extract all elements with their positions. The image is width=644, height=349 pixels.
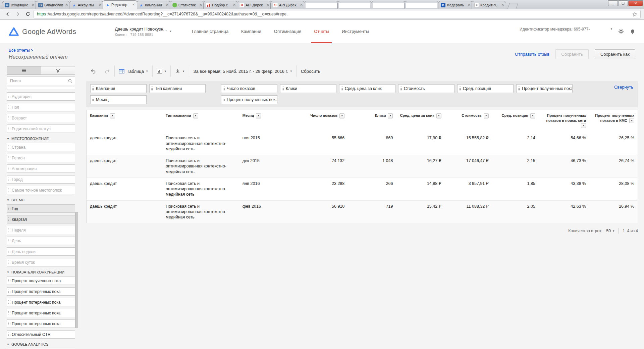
metric-chip-lost-impression-share-1[interactable]: Процент потерянных пока: [7, 287, 75, 296]
section-header-location[interactable]: ▼ МЕСТОПОЛОЖЕНИЕ: [7, 137, 86, 141]
browser-tab-censored[interactable]: [337, 1, 372, 9]
tab-close-icon[interactable]: ✕: [501, 3, 504, 7]
save-button[interactable]: Сохранить: [555, 49, 589, 59]
minimize-button[interactable]: ▁: [608, 0, 618, 6]
column-menu-icon[interactable]: ▾: [484, 113, 489, 118]
tab-close-icon[interactable]: ✕: [166, 3, 169, 7]
column-header-campaign-type[interactable]: Тип кампании▾: [162, 110, 239, 132]
close-button[interactable]: ✕: [628, 0, 643, 6]
chart-type-button[interactable]: ▾: [153, 65, 171, 77]
metric-chip-relative-ctr[interactable]: Относительный CTR: [7, 330, 75, 339]
dimension-chip-age[interactable]: Возраст: [7, 114, 75, 122]
notifications-bell-icon[interactable]: [630, 29, 635, 34]
reload-button[interactable]: [23, 10, 32, 18]
back-button[interactable]: [3, 10, 12, 18]
nav-item-reports[interactable]: Отчеты: [308, 20, 335, 43]
redo-button[interactable]: [100, 65, 114, 77]
tab-close-icon[interactable]: ✕: [468, 3, 471, 7]
bookmark-star-icon[interactable]: [632, 12, 637, 17]
dimension-chip-hour-of-day[interactable]: Время суток: [7, 258, 75, 266]
panel-chip-impression-share[interactable]: Процент полученных пока: [516, 84, 573, 93]
browser-tab[interactable]: Статистик ✕: [170, 1, 204, 9]
panel-chip-cost[interactable]: Стоимость: [398, 84, 454, 93]
column-header-campaign[interactable]: Кампания▾: [87, 110, 163, 132]
column-menu-icon[interactable]: ▾: [581, 123, 586, 128]
dimension-chip-country[interactable]: Страна: [7, 143, 75, 151]
column-header-display-impression-share[interactable]: Процент полученных показов в КМС▾: [589, 110, 638, 132]
dimension-chip-week[interactable]: Неделя: [7, 226, 75, 234]
metric-chip-lost-impression-share-2[interactable]: Процент потерянных пока: [7, 298, 75, 306]
save-as-button[interactable]: Сохранить как: [595, 49, 635, 59]
dimension-chip-day-of-week[interactable]: День недели: [7, 247, 75, 256]
tab-close-icon[interactable]: ✕: [200, 3, 202, 7]
undo-button[interactable]: [86, 65, 100, 77]
settings-gear-icon[interactable]: [618, 29, 624, 34]
column-menu-icon[interactable]: ▾: [436, 113, 441, 118]
browser-tab[interactable]: Кампании ✕: [136, 1, 171, 9]
dimension-chip-parental[interactable]: Родительский статус: [7, 124, 75, 133]
column-header-cost[interactable]: Стоимость▾: [445, 110, 492, 132]
table-row[interactable]: даешь кредит Поисковая сеть и оптимизиро…: [87, 155, 638, 178]
column-header-search-impression-share[interactable]: Процент полученных показов в поиск. сети…: [539, 110, 589, 132]
nav-item-optimization[interactable]: Оптимизация: [268, 20, 308, 43]
download-button[interactable]: ▾: [171, 65, 189, 77]
panel-chip-avg-position[interactable]: Сред. позиция: [457, 84, 514, 93]
tab-close-icon[interactable]: ✕: [300, 3, 303, 7]
column-header-month[interactable]: Месяц▾: [239, 110, 277, 132]
table-row[interactable]: даешь кредит Поисковая сеть и оптимизиро…: [87, 178, 638, 200]
dimension-chip-quarter[interactable]: Квартал: [7, 215, 75, 223]
column-header-avg-position[interactable]: Сред. позиция▾: [492, 110, 539, 132]
section-header-time[interactable]: ▼ ВРЕМЯ: [7, 198, 86, 202]
browser-tab[interactable]: Аккаунты ✕: [69, 1, 104, 9]
column-menu-icon[interactable]: ▾: [629, 118, 634, 123]
tab-close-icon[interactable]: ✕: [99, 3, 102, 7]
column-menu-icon[interactable]: ▾: [339, 113, 344, 118]
maximize-button[interactable]: ▢: [618, 0, 628, 6]
panel-chip-campaign-type[interactable]: Тип кампании: [149, 84, 206, 93]
dimension-chip-year[interactable]: Год: [7, 204, 75, 213]
dimension-chip-metro[interactable]: Агломерация: [7, 164, 75, 173]
tab-close-icon[interactable]: ✕: [132, 3, 135, 6]
browser-tab-censored[interactable]: [371, 1, 406, 9]
browser-tab[interactable]: КредитРС ✕: [472, 1, 506, 9]
sidebar-scrollbar[interactable]: [75, 212, 78, 328]
column-header-clicks[interactable]: Клики▾: [348, 110, 396, 132]
filter-view-button[interactable]: [41, 66, 75, 75]
collapse-link[interactable]: Свернуть: [614, 85, 633, 90]
metric-chip-impression-share[interactable]: Процент полученных пока: [7, 277, 75, 285]
dimension-chip-city[interactable]: Город: [7, 175, 75, 184]
panel-chip-campaign[interactable]: Кампания: [90, 84, 147, 93]
url-field[interactable]: https ://adwords.google.com/reports/adva…: [34, 10, 641, 18]
list-view-button[interactable]: [7, 66, 41, 75]
tab-close-icon[interactable]: ✕: [32, 3, 35, 7]
tab-close-icon[interactable]: ✕: [65, 3, 68, 7]
dimension-chip-most-specific-location[interactable]: Самое точное местополож: [7, 186, 75, 194]
nav-item-campaigns[interactable]: Кампании: [235, 20, 268, 43]
browser-tab[interactable]: Владислав ✕: [36, 1, 70, 9]
panel-chip-month[interactable]: Месяц: [90, 95, 147, 104]
new-tab-button[interactable]: [507, 3, 518, 9]
browser-tab[interactable]: Входящие ✕: [2, 1, 37, 9]
browser-tab[interactable]: Подбор с ✕: [203, 1, 238, 9]
column-header-impressions[interactable]: Число показов▾: [277, 110, 348, 132]
nav-item-tools[interactable]: Инструменты: [335, 20, 375, 43]
table-row[interactable]: даешь кредит Поисковая сеть и оптимизиро…: [87, 200, 638, 223]
browser-tab-censored[interactable]: [405, 1, 439, 9]
browser-tab-active[interactable]: Редактор ✕: [103, 0, 137, 9]
column-menu-icon[interactable]: ▾: [530, 113, 535, 118]
date-range-selector[interactable]: За все время: 5 нояб. 2015 г. - 29 февр.…: [189, 65, 296, 77]
reset-button[interactable]: Сбросить: [297, 65, 325, 77]
column-menu-icon[interactable]: ▾: [256, 113, 261, 118]
panel-chip-impressions[interactable]: Число показов: [221, 84, 277, 93]
browser-tab[interactable]: Федераль ✕: [438, 1, 473, 9]
sidebar-search[interactable]: [7, 77, 75, 85]
panel-chip-clicks[interactable]: Клики: [280, 84, 336, 93]
tab-close-icon[interactable]: ✕: [267, 3, 269, 7]
column-menu-icon[interactable]: ▾: [193, 113, 198, 118]
manager-account-info[interactable]: Идентификатор менеджера: 695-977- ▾: [520, 27, 612, 36]
send-feedback-link[interactable]: Отправить отзыв: [515, 52, 549, 57]
nav-item-home[interactable]: Главная страница: [185, 20, 235, 43]
section-header-google-analytics[interactable]: ▼ GOOGLE ANALYTICS: [7, 342, 86, 346]
account-selector[interactable]: Даешь кредит Новокузн... Клиент - 719-15…: [115, 27, 171, 37]
browser-tab[interactable]: API Дирек ✕: [270, 1, 305, 9]
